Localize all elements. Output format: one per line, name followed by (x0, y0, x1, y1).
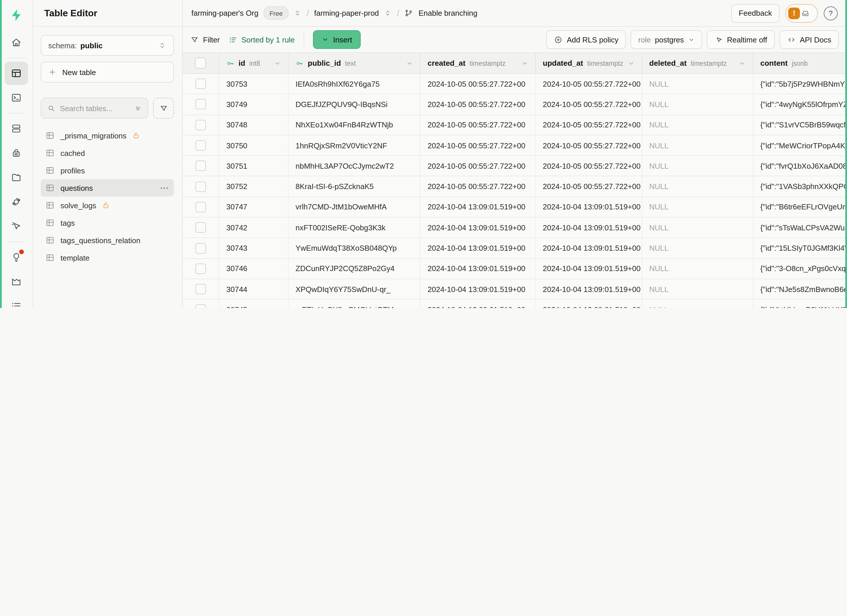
cell-id[interactable]: 30745 (219, 300, 289, 308)
column-header[interactable]: public_id text (289, 53, 421, 73)
nav-home[interactable] (4, 31, 28, 54)
nav-realtime[interactable] (4, 215, 28, 238)
row-checkbox[interactable] (195, 140, 206, 151)
cell-id[interactable]: 30743 (219, 238, 289, 258)
cell-deleted_at[interactable]: NULL (642, 177, 753, 197)
cell-public_id[interactable]: nbMhHL3AP7OcCJymc2wT2 (289, 156, 421, 176)
row-checkbox[interactable] (195, 222, 206, 233)
cell-deleted_at[interactable]: NULL (642, 300, 753, 308)
cell-id[interactable]: 30742 (219, 218, 289, 237)
cell-deleted_at[interactable]: NULL (642, 197, 753, 217)
sidebar-table-item[interactable]: tags (41, 214, 174, 231)
cell-content[interactable]: {"id":"S1vrVC5BrB59wqcM4 (753, 115, 847, 135)
column-header[interactable]: content jsonb (753, 53, 847, 73)
cell-updated_at[interactable]: 2024-10-04 13:09:01.519+00 (536, 279, 642, 299)
enable-branching-button[interactable]: Enable branching (419, 9, 477, 18)
supabase-logo[interactable] (0, 0, 32, 30)
updown-chevron-icon[interactable] (294, 9, 301, 17)
cell-deleted_at[interactable]: NULL (642, 218, 753, 237)
nav-sql-editor[interactable] (4, 86, 28, 109)
org-name[interactable]: farming-paper's Org (191, 9, 258, 18)
cell-created_at[interactable]: 2024-10-04 13:09:01.519+00 (421, 259, 536, 279)
sidebar-table-item[interactable]: _prisma_migrations (41, 127, 174, 144)
row-checkbox[interactable] (195, 78, 206, 89)
cell-created_at[interactable]: 2024-10-04 13:09:01.519+00 (421, 300, 536, 308)
column-header[interactable]: id int8 (219, 53, 289, 73)
table-row[interactable]: 30751nbMhHL3AP7OcCJymc2wT22024-10-05 00:… (182, 156, 847, 177)
sidebar-table-item[interactable]: tags_questions_relation (41, 231, 174, 249)
nav-table-editor[interactable] (4, 62, 28, 85)
cell-public_id[interactable]: XPQwDIqY6Y75SwDnU-qr_ (289, 279, 421, 299)
cell-created_at[interactable]: 2024-10-04 13:09:01.519+00 (421, 238, 536, 258)
cell-deleted_at[interactable]: NULL (642, 156, 753, 176)
cell-public_id[interactable]: IEfA0sRh9hIXf62Y6ga75 (289, 74, 421, 94)
cell-deleted_at[interactable]: NULL (642, 238, 753, 258)
row-checkbox[interactable] (195, 305, 206, 308)
row-checkbox[interactable] (195, 161, 206, 171)
cell-created_at[interactable]: 2024-10-04 13:09:01.519+00 (421, 279, 536, 299)
cell-content[interactable]: {"id":"sTsWaLCPsVA2WuK2 (753, 218, 847, 237)
nav-storage[interactable] (4, 166, 28, 189)
api-docs-button[interactable]: API Docs (779, 30, 839, 49)
role-select[interactable]: role postgres (631, 30, 702, 49)
table-row[interactable]: 30753IEfA0sRh9hIXf62Y6ga752024-10-05 00:… (182, 74, 847, 94)
cell-created_at[interactable]: 2024-10-05 00:55:27.722+00 (421, 115, 536, 135)
cell-id[interactable]: 30747 (219, 197, 289, 217)
cell-id[interactable]: 30752 (219, 177, 289, 197)
cell-content[interactable]: {"id":"B6tr6eEFLrOVgeUmH (753, 197, 847, 217)
add-rls-policy-button[interactable]: Add RLS policy (546, 30, 626, 49)
sidebar-table-item[interactable]: questions ⋯ (41, 179, 174, 197)
cell-public_id[interactable]: nxFT002ISeRE-Qobg3K3k (289, 218, 421, 237)
table-row[interactable]: 30747vrlh7CMD-JtM1bOweMHfA2024-10-04 13:… (182, 197, 847, 218)
chevron-down-icon[interactable] (521, 60, 528, 66)
sidebar-table-item[interactable]: profiles (41, 162, 174, 179)
select-all-checkbox[interactable] (195, 57, 206, 69)
table-row[interactable]: 30748NhXEo1Xw04FnB4RzWTNjb2024-10-05 00:… (182, 115, 847, 136)
cell-content[interactable]: {"id":"5b7j5Pz9WHBNmY_A (753, 74, 847, 94)
table-row[interactable]: 30744XPQwDIqY6Y75SwDnU-qr_2024-10-04 13:… (182, 279, 847, 300)
realtime-toggle-button[interactable]: Realtime off (707, 30, 775, 49)
cell-updated_at[interactable]: 2024-10-05 00:55:27.722+00 (536, 115, 642, 135)
cell-public_id[interactable]: DGEJfJZPQUV9Q-IBqsNSi (289, 94, 421, 115)
cell-id[interactable]: 30748 (219, 115, 289, 135)
cell-public_id[interactable]: ZDCunRYJP2CQ5Z8Po2Gy4 (289, 259, 421, 279)
column-header[interactable]: created_at timestamptz (421, 53, 536, 73)
cell-deleted_at[interactable]: NULL (642, 136, 753, 156)
cell-content[interactable]: {"id":"MeWCriorTPopA4Kc9 (753, 136, 847, 156)
row-checkbox[interactable] (195, 119, 206, 130)
cell-deleted_at[interactable]: NULL (642, 259, 753, 279)
nav-logs[interactable] (4, 294, 28, 308)
table-row[interactable]: 307528KraI-tSI-6-pSZcknaK52024-10-05 00:… (182, 177, 847, 197)
project-name[interactable]: farming-paper-prod (314, 9, 379, 18)
column-header[interactable]: deleted_at timestamptz (642, 53, 753, 73)
cell-id[interactable]: 30751 (219, 156, 289, 176)
cell-updated_at[interactable]: 2024-10-05 00:55:27.722+00 (536, 94, 642, 115)
chevron-down-icon[interactable] (739, 60, 746, 66)
cell-content[interactable]: {"id":"15LSIyT0JGMf3Kl4Vn (753, 238, 847, 258)
sort-button[interactable]: Sorted by 1 rule (229, 35, 295, 44)
cell-content[interactable]: {"id":"rtHbLpgB8V11LUK7152 (753, 300, 847, 308)
nav-reports[interactable] (4, 270, 28, 293)
help-button[interactable]: ? (824, 6, 838, 20)
cell-created_at[interactable]: 2024-10-05 00:55:27.722+00 (421, 156, 536, 176)
table-row[interactable]: 30749DGEJfJZPQUV9Q-IBqsNSi2024-10-05 00:… (182, 94, 847, 115)
nav-database[interactable] (4, 117, 28, 140)
cell-content[interactable]: {"id":"4wyNgK55lOfrpmYZo (753, 94, 847, 115)
cell-created_at[interactable]: 2024-10-05 00:55:27.722+00 (421, 94, 536, 115)
row-checkbox[interactable] (195, 264, 206, 274)
sidebar-table-item[interactable]: solve_logs (41, 197, 174, 214)
cell-updated_at[interactable]: 2024-10-05 00:55:27.722+00 (536, 74, 642, 94)
notifications-button[interactable]: ! (785, 4, 818, 22)
cell-id[interactable]: 30750 (219, 136, 289, 156)
cell-id[interactable]: 30744 (219, 279, 289, 299)
chevron-down-icon[interactable] (274, 60, 281, 66)
row-checkbox[interactable] (195, 99, 206, 110)
cell-deleted_at[interactable]: NULL (642, 94, 753, 115)
cell-updated_at[interactable]: 2024-10-04 13:09:01.519+00 (536, 259, 642, 279)
plan-badge[interactable]: Free (264, 6, 288, 20)
cell-deleted_at[interactable]: NULL (642, 74, 753, 94)
cell-updated_at[interactable]: 2024-10-04 13:09:01.519+00 (536, 218, 642, 237)
sidebar-table-item[interactable]: cached (41, 144, 174, 162)
cell-updated_at[interactable]: 2024-10-05 00:55:27.722+00 (536, 136, 642, 156)
cell-content[interactable]: {"id":"fvrQ1bXoJ6XaAD08G (753, 156, 847, 176)
